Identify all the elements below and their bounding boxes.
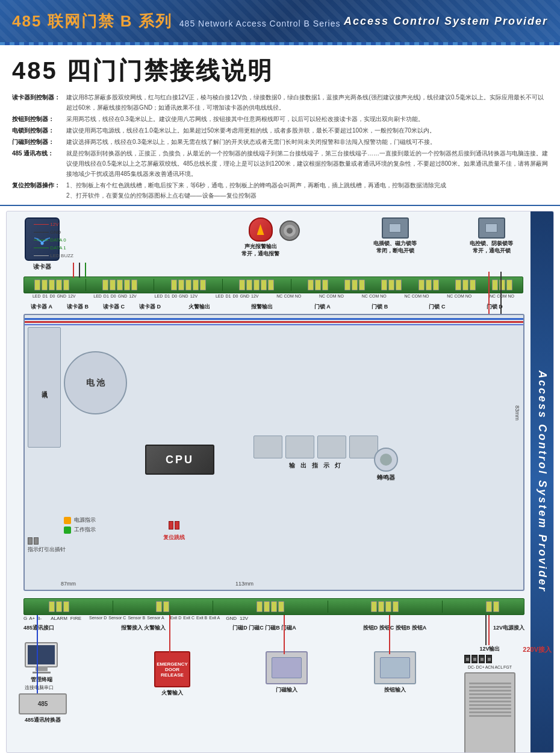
desc-row-2: 按钮到控制器： 采用两芯线，线径在0.3毫米以上。建议使用八芯网线，按钮接其中任… — [12, 114, 548, 124]
pin-group-lock-a — [381, 280, 402, 290]
desc-label-2: 按钮到控制器： — [12, 114, 66, 124]
desc-label-5: 485 通讯布线： — [12, 148, 66, 179]
legend-area: 电源指示 工作指示 — [64, 516, 96, 536]
bottom-section-labels: 485通讯接口 报警接入 火警输入 门磁D 门磁C 门磁B 门磁A 按钮D 按钮… — [23, 624, 524, 632]
output-indicators-label: 输 出 指 示 灯 — [254, 461, 378, 470]
pin-group-power-in — [486, 601, 499, 612]
work-indicator-label: 工作指示 — [74, 526, 96, 534]
desc-label-6: 复位控制器操作： — [12, 180, 66, 201]
power-indicator-label: 电源指示 — [74, 516, 96, 524]
pin-group-reader-c — [171, 280, 206, 290]
page-title: 485 四门门禁接线说明 — [12, 54, 548, 87]
wire-reader-green — [85, 263, 86, 278]
pin-group-reader-d — [239, 280, 274, 290]
desc-content-5: 就是控制器到转换器的线，正接正，负接负，从最近的一个控制器的接线端子到第二台接线… — [66, 148, 548, 179]
wire-485-vertical — [37, 615, 38, 693]
header-left: 485 联网门禁 B 系列 485 Network Access Control… — [12, 11, 340, 32]
wire-button-vertical — [389, 615, 390, 654]
dim-height: 83mm — [514, 405, 520, 420]
desc-content-4: 建议选择两芯线，线径在0.3毫米以上，如果无需在线了解门的开关状态或者无需门长时… — [66, 137, 548, 147]
wiring-diagram: Access Control System Provider 12V — [6, 211, 554, 753]
wire-fire-vertical — [169, 615, 170, 654]
terminal-labels-row1: LEDD1D0GND12V LEDD1D0GND12V LEDD1D0GND12… — [23, 294, 523, 298]
door-sensor-input: 门磁输入 — [266, 651, 308, 694]
pin-group-alarm — [344, 280, 365, 290]
series-title-en: 485 Network Access Control B Series — [179, 19, 341, 28]
dim-length: 113mm — [235, 581, 254, 587]
mgmt-terminal: 管理终端 — [25, 642, 58, 684]
bus-line-blue-inner — [25, 324, 523, 325]
battery-circle: 电 池 — [64, 351, 127, 414]
rs485-converter-label: 485通讯转换器 — [19, 716, 67, 724]
main-title-section: 485 四门门禁接线说明 读卡器到控制器： 建议用8芯屏蔽多股双绞网线，红与红白… — [0, 45, 560, 206]
comm-panel: 通讯 — [28, 327, 61, 448]
wire-power-vertical — [488, 615, 490, 645]
pin-group-lock-c — [455, 280, 476, 290]
door-sensor-label: 门磁输入 — [266, 686, 308, 694]
output-indicators-area: 输 出 指 示 灯 — [254, 436, 378, 470]
bottom-terminal-strip — [23, 598, 524, 615]
svg-point-3 — [287, 228, 293, 234]
brand-text: Access Control System Provider — [344, 15, 548, 28]
blue-bus-wire — [25, 318, 523, 320]
pin-group-lock-d — [492, 280, 512, 290]
series-title-cn: 485 联网门禁 B 系列 — [12, 11, 172, 32]
header: 485 联网门禁 B 系列 485 Network Access Control… — [0, 0, 560, 42]
strike-lock-label: 电插锁、磁力锁等常闭，断电开锁 — [362, 240, 428, 254]
description-block: 读卡器到控制器： 建议用8芯屏蔽多股双绞网线，红与红白接12V正，棱与棱白接12… — [12, 92, 548, 201]
desc-content-6: 1、控制板上有个红色跳线槽，断电后按下来，等6秒，通电，控制板上的蜂鸣器会叫两声… — [66, 180, 548, 201]
right-vertical-brand: Access Control System Provider — [530, 211, 553, 752]
card-reader-device: 12V GND DATA 0 DATA 1 LED BUZZ — [25, 217, 60, 271]
wire-reader-red — [73, 263, 74, 278]
speaker-device — [278, 220, 302, 244]
electric-lock-label: 电控锁、阴极锁等常开，通电开锁 — [458, 240, 524, 254]
wire-doorsensor-vertical — [284, 615, 285, 654]
pin-group-alarm-fire — [156, 601, 169, 612]
pin-group-lock-b — [418, 280, 439, 290]
siren-device: 声光报警输出常开，通电报警 — [241, 217, 279, 257]
mgmt-terminal-label: 管理终端 — [25, 676, 58, 684]
buzzer-area: 蜂鸣器 — [374, 448, 398, 482]
voltage-220-label: 220V接入 — [523, 645, 552, 654]
electric-lock-device: 电控锁、阴极锁等常开，通电开锁 — [458, 217, 524, 254]
pin-group-485 — [49, 601, 69, 612]
main-board: 通讯 电 池 CPU 输 出 指 示 灯 蜂鸣器 — [23, 314, 524, 591]
top-terminal-strip — [23, 277, 523, 293]
pin-group-reader-a — [34, 280, 69, 290]
desc-label-1: 读卡器到控制器： — [12, 92, 66, 113]
reset-jumper-label: 复位跳线 — [163, 534, 185, 540]
reset-jumper-area: 复位跳线 — [163, 521, 185, 542]
desc-label-3: 电锁到控制器： — [12, 125, 66, 136]
rs485-converter: 485 485通讯转换器 — [19, 693, 67, 724]
strike-lock-device: 电插锁、磁力锁等常闭，断电开锁 — [362, 217, 428, 254]
fire-input-label: 火警输入 — [154, 689, 190, 697]
desc-row-1: 读卡器到控制器： 建议用8芯屏蔽多股双绞网线，红与红白接12V正，棱与棱白接12… — [12, 92, 548, 113]
desc-row-3: 电锁到控制器： 建议使用两芯电源线，线径在1.0毫米以上。如果超过50米要考虑用… — [12, 125, 548, 136]
top-card-reader-label: 读卡器 — [25, 263, 60, 271]
connect-pc-label: 连接电脑串口 — [25, 684, 54, 691]
wire-lock-black — [500, 272, 502, 314]
pin-group-reader-b — [102, 280, 137, 290]
pin-group-exits — [371, 601, 399, 612]
indicator-pin-label: 指示灯引出插针 — [28, 537, 66, 554]
buzzer-label: 蜂鸣器 — [374, 473, 398, 482]
cpu-chip: CPU — [145, 445, 214, 475]
desc-content-1: 建议用8芯屏蔽多股双绞网线，红与红白接12V正，棱与棱白接12V负，绿接数据0，… — [66, 92, 548, 113]
section-labels-row: 读卡器 A 读卡器 B 读卡器 C 读卡器 D 火警输出 报警输出 门锁 A 门… — [23, 303, 523, 311]
desc-row-4: 门磁到控制器： 建议选择两芯线，线径在0.3毫米以上，如果无需在线了解门的开关状… — [12, 137, 548, 147]
power-supply: 12V输出 DC-DC+ACNACLFGT — [464, 645, 515, 753]
siren-label: 声光报警输出常开，通电报警 — [241, 243, 279, 257]
pin-group-door-sensors — [257, 601, 284, 612]
wire-lock-red — [488, 272, 490, 314]
desc-row-6: 复位控制器操作： 1、控制板上有个红色跳线槽，断电后按下来，等6秒，通电，控制板… — [12, 180, 548, 201]
wire-reader-black — [79, 263, 80, 278]
desc-content-2: 采用两芯线，线径在0.3毫米以上。建议使用八芯网线，按钮接其中任意两根线即可，以… — [66, 114, 548, 124]
button-input: 按钮输入 — [374, 651, 416, 694]
button-input-label: 按钮输入 — [374, 686, 416, 694]
red-bus-wire — [25, 321, 523, 323]
wire-gnd-vertical — [485, 615, 487, 645]
dim-width: 87mm — [61, 581, 76, 587]
fire-alarm-input: EMERGENCY DOOR RELEASE 火警输入 — [154, 651, 190, 697]
desc-content-3: 建议使用两芯电源线，线径在1.0毫米以上。如果超过50米要考虑用更粗的线，或者多… — [66, 125, 548, 136]
desc-label-4: 门磁到控制器： — [12, 137, 66, 147]
